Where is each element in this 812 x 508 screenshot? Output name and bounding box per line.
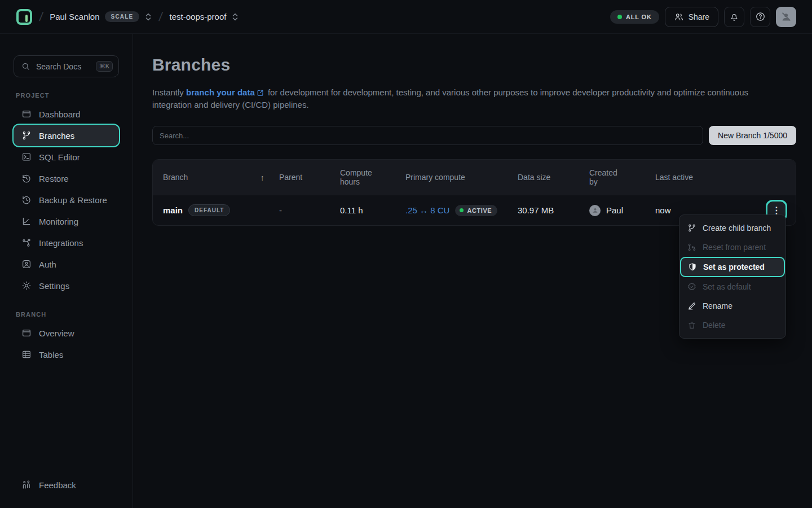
branch-section-label: BRANCH	[16, 311, 119, 318]
users-icon	[674, 12, 684, 22]
compute-size-link[interactable]: .25 ↔ 8 CU	[405, 205, 449, 215]
share-button[interactable]: Share	[665, 7, 718, 27]
active-label: ACTIVE	[467, 207, 492, 214]
project-section-label: PROJECT	[16, 92, 119, 99]
external-link-icon	[257, 89, 264, 97]
sidebar-item-branches[interactable]: Branches	[14, 125, 119, 146]
help-icon	[755, 11, 766, 22]
breadcrumb-divider: /	[38, 10, 44, 24]
feedback-label: Feedback	[39, 480, 76, 490]
sidebar-item-monitoring[interactable]: Monitoring	[14, 211, 119, 232]
search-docs-label: Search Docs	[36, 62, 90, 71]
branch-your-data-link[interactable]: branch your data	[186, 87, 255, 97]
active-dot-icon	[460, 208, 464, 212]
sidebar-item-label: Auth	[39, 260, 56, 269]
sidebar-item-label: Backup & Restore	[39, 195, 107, 205]
sidebar-item-backup-restore[interactable]: Backup & Restore	[14, 189, 119, 211]
terminal-icon	[21, 152, 32, 162]
sidebar-item-dashboard[interactable]: Dashboard	[14, 103, 119, 125]
sidebar-item-label: Monitoring	[39, 217, 78, 226]
sort-ascending-icon[interactable]: ↑	[261, 173, 265, 182]
creator-name: Paul	[606, 205, 623, 215]
help-button[interactable]	[750, 7, 770, 27]
sidebar-item-label: Settings	[39, 281, 69, 291]
integrations-icon	[21, 238, 32, 248]
org-name: Paul Scanlon	[50, 12, 99, 21]
pencil-icon	[687, 301, 696, 310]
plan-badge: SCALE	[105, 11, 140, 22]
sidebar-item-label: Integrations	[39, 238, 83, 248]
page-description: Instantly branch your data for developme…	[152, 86, 784, 111]
chevron-up-down-icon[interactable]	[144, 12, 152, 21]
branch-search-input[interactable]	[152, 126, 703, 145]
gear-icon	[21, 281, 32, 291]
column-header-compute-hours: Compute hours	[340, 168, 405, 186]
column-header-branch[interactable]: Branch ↑	[163, 173, 279, 182]
menu-item-rename[interactable]: Rename	[679, 296, 785, 316]
trash-icon	[687, 321, 696, 330]
sidebar-item-restore[interactable]: Restore	[14, 168, 119, 189]
column-header-parent: Parent	[279, 173, 340, 182]
menu-item-label: Set as default	[703, 282, 751, 291]
sidebar-item-overview[interactable]: Overview	[14, 322, 119, 344]
menu-item-reset-from-parent[interactable]: Reset from parent	[679, 238, 785, 257]
history-icon	[21, 173, 32, 183]
topbar: / Paul Scanlon SCALE / test-oops-proof A…	[0, 0, 812, 34]
sidebar-item-label: SQL Editor	[39, 152, 80, 162]
status-badge[interactable]: ALL OK	[610, 10, 659, 24]
branch-actions-menu: Create child branch Reset from parent Se…	[679, 214, 786, 339]
chevron-up-down-icon[interactable]	[231, 12, 239, 21]
data-size-cell: 30.97 MB	[518, 205, 589, 215]
menu-item-label: Delete	[703, 321, 725, 330]
project-name: test-oops-proof	[170, 12, 227, 21]
breadcrumb-project[interactable]: test-oops-proof	[170, 12, 240, 21]
compute-hours-cell: 0.11 h	[340, 205, 405, 215]
breadcrumb-divider: /	[158, 10, 164, 24]
menu-item-label: Reset from parent	[703, 243, 766, 252]
feedback-people-icon	[21, 480, 32, 490]
badge-check-icon	[687, 282, 696, 291]
sidebar-item-label: Dashboard	[39, 110, 80, 119]
git-branch-icon	[21, 130, 32, 141]
menu-item-delete[interactable]: Delete	[679, 316, 785, 335]
user-avatar[interactable]	[776, 7, 796, 27]
branch-name: main	[163, 205, 183, 215]
sidebar-item-auth[interactable]: Auth	[14, 253, 119, 275]
branches-toolbar: New Branch 1/5000	[152, 126, 796, 145]
menu-item-label: Set as protected	[703, 262, 765, 271]
notifications-button[interactable]	[724, 7, 744, 27]
feedback-button[interactable]: Feedback	[14, 474, 119, 496]
neon-logo-icon[interactable]	[16, 8, 33, 25]
menu-item-set-as-default[interactable]: Set as default	[679, 277, 785, 296]
menu-item-create-child-branch[interactable]: Create child branch	[679, 218, 785, 238]
git-branch-icon	[687, 224, 696, 233]
description-prefix: Instantly	[152, 87, 186, 97]
sidebar-item-settings[interactable]: Settings	[14, 275, 119, 296]
reset-branch-icon	[687, 243, 696, 252]
menu-item-label: Create child branch	[703, 224, 771, 233]
sidebar-item-sql-editor[interactable]: SQL Editor	[14, 146, 119, 168]
share-label: Share	[689, 12, 709, 21]
new-branch-button[interactable]: New Branch 1/5000	[709, 126, 796, 145]
bell-icon	[729, 12, 739, 22]
default-badge: DEFAULT	[188, 204, 230, 216]
chart-icon	[21, 216, 32, 226]
breadcrumb-org[interactable]: Paul Scanlon SCALE	[50, 11, 152, 22]
sidebar-item-integrations[interactable]: Integrations	[14, 232, 119, 253]
active-badge: ACTIVE	[455, 205, 497, 216]
shield-icon	[688, 262, 697, 271]
status-label: ALL OK	[626, 14, 652, 20]
auth-icon	[21, 259, 32, 269]
page-title: Branches	[152, 55, 796, 75]
column-header-last-active: Last active	[655, 173, 785, 182]
sidebar-item-tables[interactable]: Tables	[14, 344, 119, 365]
history-icon	[21, 195, 32, 205]
sidebar-item-label: Tables	[39, 350, 63, 360]
sidebar-item-label: Overview	[39, 329, 74, 338]
status-ok-icon	[617, 15, 622, 19]
search-shortcut-badge: ⌘K	[96, 61, 113, 72]
created-by-cell: Paul	[589, 205, 655, 216]
table-header-row: Branch ↑ Parent Compute hours Primary co…	[153, 160, 796, 195]
menu-item-set-as-protected[interactable]: Set as protected	[680, 257, 785, 277]
search-docs-input[interactable]: Search Docs ⌘K	[14, 55, 119, 77]
